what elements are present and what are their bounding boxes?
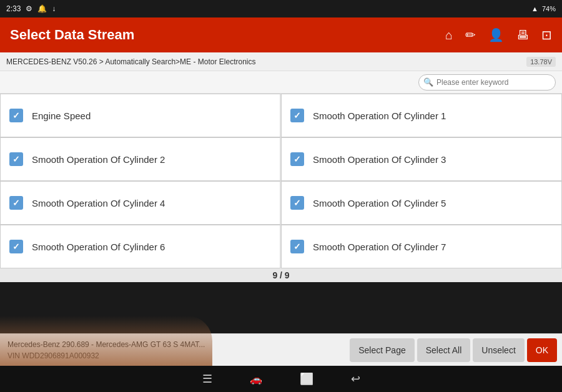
checkbox-cyl4[interactable]	[9, 196, 23, 210]
table-row: Smooth Operation Of Cylinder 4	[0, 181, 281, 225]
item-counter: 9 / 9	[272, 270, 289, 280]
page-title: Select Data Stream	[10, 27, 134, 43]
exit-icon[interactable]: ⊡	[541, 27, 552, 42]
app-header: Select Data Stream ⌂ ✏ 👤 🖶 ⊡	[0, 17, 562, 52]
battery-display: 74%	[542, 5, 556, 12]
label-cyl5: Smooth Operation Of Cylinder 5	[313, 198, 446, 208]
ok-button[interactable]: OK	[527, 338, 557, 362]
search-input[interactable]	[418, 74, 556, 91]
breadcrumb: MERCEDES-BENZ V50.26 > Automatically Sea…	[6, 57, 255, 66]
status-left: 2:33 ⚙ 🔔 ↓	[6, 4, 56, 13]
select-page-button[interactable]: Select Page	[350, 338, 415, 362]
checkbox-cyl6[interactable]	[9, 240, 23, 253]
data-stream-grid: Engine Speed Smooth Operation Of Cylinde…	[0, 94, 562, 268]
label-engine-speed: Engine Speed	[32, 110, 91, 121]
wifi-icon: ▲	[531, 5, 538, 12]
bottom-buttons: Select Page Select All Unselect OK	[350, 338, 562, 362]
vehicle-info: Mercedes-Benz 290.689 - Mercedes-AMG GT …	[0, 339, 350, 361]
alarm-icon: 🔔	[37, 4, 47, 13]
search-container: 🔍	[418, 74, 556, 91]
vehicle-line2: VIN WDD2906891A000932	[7, 350, 342, 361]
car-nav-icon[interactable]: 🚗	[250, 373, 262, 385]
table-row: Engine Speed	[0, 94, 281, 137]
back-nav-icon[interactable]: ↩	[351, 372, 360, 386]
checkbox-cyl7[interactable]	[290, 240, 304, 253]
table-row: Smooth Operation Of Cylinder 5	[281, 181, 562, 225]
version-badge: 13.78V	[526, 57, 556, 67]
home-icon[interactable]: ⌂	[445, 28, 453, 42]
label-cyl2: Smooth Operation Of Cylinder 2	[32, 154, 165, 165]
checkbox-cyl1[interactable]	[290, 109, 304, 122]
screen-nav-icon[interactable]: ⬜	[300, 372, 313, 386]
checkbox-cyl5[interactable]	[290, 196, 304, 210]
user-icon[interactable]: 👤	[488, 27, 504, 42]
label-cyl4: Smooth Operation Of Cylinder 4	[32, 198, 165, 208]
label-cyl6: Smooth Operation Of Cylinder 6	[32, 242, 165, 252]
checkbox-cyl3[interactable]	[290, 152, 304, 166]
checkbox-cyl2[interactable]	[9, 152, 23, 166]
table-row: Smooth Operation Of Cylinder 6	[0, 225, 281, 268]
menu-nav-icon[interactable]: ☰	[202, 372, 212, 386]
status-right: ▲ 74%	[531, 5, 556, 12]
table-row: Smooth Operation Of Cylinder 1	[281, 94, 562, 137]
time-display: 2:33	[6, 4, 21, 13]
settings-icon: ⚙	[26, 4, 32, 13]
label-cyl3: Smooth Operation Of Cylinder 3	[313, 154, 446, 165]
print-icon[interactable]: 🖶	[516, 28, 529, 42]
search-bar: 🔍	[0, 71, 562, 94]
unselect-button[interactable]: Unselect	[473, 338, 524, 362]
label-cyl1: Smooth Operation Of Cylinder 1	[313, 110, 446, 121]
status-bar: 2:33 ⚙ 🔔 ↓ ▲ 74%	[0, 0, 562, 17]
checkbox-engine-speed[interactable]	[9, 109, 23, 122]
signal-icon: ↓	[52, 4, 56, 13]
edit-icon[interactable]: ✏	[465, 27, 476, 42]
table-row: Smooth Operation Of Cylinder 7	[281, 225, 562, 268]
header-icon-group: ⌂ ✏ 👤 🖶 ⊡	[445, 27, 552, 42]
bottom-action-bar: Mercedes-Benz 290.689 - Mercedes-AMG GT …	[0, 333, 562, 366]
table-row: Smooth Operation Of Cylinder 3	[281, 137, 562, 181]
label-cyl7: Smooth Operation Of Cylinder 7	[313, 242, 446, 252]
table-row: Smooth Operation Of Cylinder 2	[0, 137, 281, 181]
select-all-button[interactable]: Select All	[417, 338, 471, 362]
android-nav-bar: ☰ 🚗 ⬜ ↩	[0, 366, 562, 392]
breadcrumb-bar: MERCEDES-BENZ V50.26 > Automatically Sea…	[0, 52, 562, 71]
search-icon: 🔍	[423, 77, 433, 87]
vehicle-line1: Mercedes-Benz 290.689 - Mercedes-AMG GT …	[7, 339, 342, 350]
